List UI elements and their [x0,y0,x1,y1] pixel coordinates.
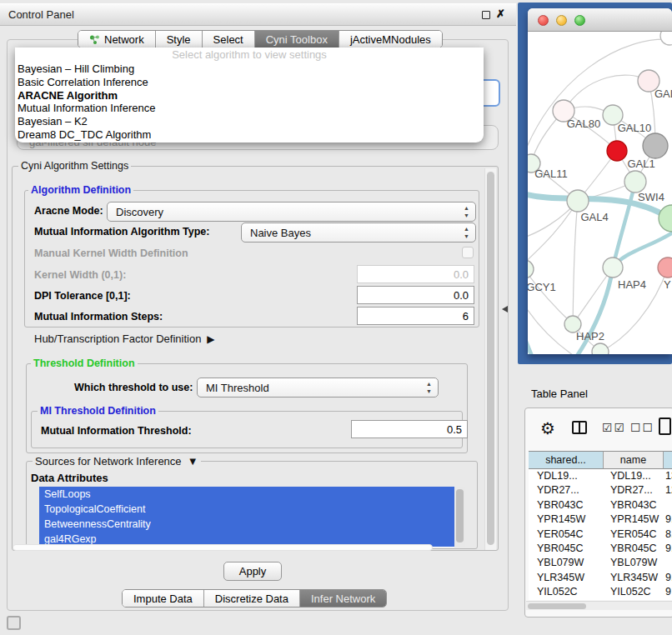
table-cell[interactable]: YDL19... [604,469,664,483]
table-row[interactable]: YLR345WYLR345W9. [529,571,672,585]
table-cell[interactable]: 8. [664,528,672,542]
dpi-tolerance-field[interactable]: 0.0 [357,286,474,304]
table-row[interactable]: YBR043CYBR043C [529,498,672,512]
new-table-icon[interactable] [659,418,671,435]
gear-icon[interactable]: ⚙ [540,418,555,438]
table-cell[interactable]: YBL079W [604,556,664,570]
dropdown-item[interactable]: Bayesian – Hill Climbing [15,62,484,76]
table-cell[interactable]: YPR145W [604,512,664,527]
network-node[interactable] [528,260,534,278]
table-cell[interactable] [664,556,672,570]
dropdown-item[interactable]: Basic Correlation Inference [15,76,484,89]
table-cell[interactable]: YDL19... [529,469,604,483]
table-cell[interactable]: YLR345W [604,571,664,585]
tab-style[interactable]: Style [155,31,202,48]
dropdown-item[interactable]: Bayesian – K2 [15,115,484,128]
table-cell[interactable]: YER054C [529,528,604,542]
attribute-item-selected[interactable]: BetweennessCentrality [39,517,465,532]
tab-discretize-data[interactable]: Discretize Data [203,590,299,607]
deselect-all-checkboxes-icon[interactable]: ☐☐ [630,421,654,434]
network-node[interactable] [660,32,672,45]
dropdown-item-selected[interactable]: ARACNE Algorithm [15,89,484,102]
network-node[interactable] [592,343,609,354]
mi-steps-field[interactable]: 6 [357,307,474,325]
attributes-scrollbar[interactable] [454,487,465,548]
table-row[interactable]: YIL052CYIL052C9 [529,585,672,599]
minimize-traffic-light[interactable] [556,15,567,26]
settings-hscrollbar[interactable] [13,544,433,551]
collapsed-panel-icon[interactable] [7,616,21,630]
column-header-partial[interactable]: A [664,451,672,469]
zoom-traffic-light[interactable] [574,15,585,26]
table-cell[interactable]: YDR27... [604,483,664,498]
network-node[interactable] [607,141,627,161]
dropdown-item[interactable]: Dream8 DC_TDC Algorithm [15,128,484,142]
network-canvas[interactable]: GALGAL80GAL10GAL1GAL11SWI4GAL4GCY1HAP4YH… [528,32,672,354]
which-threshold-combo[interactable]: MI Threshold ▲▼ [197,378,439,398]
network-node[interactable] [659,205,672,232]
select-all-checkboxes-icon[interactable]: ☑☑ [602,421,626,434]
table-cell[interactable]: 9. [664,512,672,527]
table-cell[interactable]: 9. [664,542,672,556]
network-graph: GALGAL80GAL10GAL1GAL11SWI4GAL4GCY1HAP4YH… [528,32,672,354]
mi-type-combo[interactable]: Naive Bayes ▲▼ [241,222,476,242]
dropdown-item[interactable]: Mutual Information Inference [15,102,484,115]
table-cell[interactable]: YIL052C [604,585,664,599]
network-node[interactable] [603,258,623,278]
table-cell[interactable]: YBR043C [529,498,604,512]
network-node[interactable] [643,133,668,158]
table-row[interactable]: YDL19...YDL19...13 [529,469,672,483]
network-window-titlebar[interactable] [528,8,672,32]
settings-scrollbar[interactable] [484,168,496,550]
attribute-item-selected[interactable]: TopologicalCoefficient [39,502,465,517]
tab-select[interactable]: Select [202,31,254,48]
hub-section-toggle[interactable]: Hub/Transcription Factor Definition ▶ [34,332,215,345]
table-cell[interactable]: 9 [664,585,672,599]
table-cell[interactable]: YBL079W [529,556,604,570]
close-traffic-light[interactable] [538,15,549,26]
aracne-mode-combo[interactable]: Discovery ▲▼ [107,202,476,222]
tab-label: jActiveMNodules [350,33,431,46]
tab-jactivemnodules[interactable]: jActiveMNodules [339,31,442,48]
table-cell[interactable]: YIL052C [529,585,604,599]
table-hscrollbar-thumb[interactable] [528,603,586,609]
table-cell[interactable]: YLR345W [529,571,604,585]
table-cell[interactable]: 9. [664,571,672,585]
table-cell[interactable]: YER054C [604,528,664,542]
table-cell[interactable]: YBR045C [604,542,664,556]
network-node[interactable] [567,190,589,212]
column-header-name[interactable]: name [604,451,664,469]
table-cell[interactable]: YBR043C [604,498,664,512]
table-row[interactable]: YER054CYER054C8. [529,528,672,542]
tab-cyni-toolbox[interactable]: Cyni Toolbox [254,31,339,48]
table-row[interactable]: YPR145WYPR145W9. [529,512,672,527]
table-hscrollbar[interactable] [526,601,672,610]
apply-button[interactable]: Apply [223,562,282,581]
table-row[interactable]: YBL079WYBL079W [529,556,672,570]
table-cell[interactable]: YBR045C [529,542,604,556]
table-cell[interactable] [664,498,672,512]
sources-frame-title[interactable]: Sources for Network Inference ▼ [33,455,201,468]
column-header-shared-name[interactable]: shared... [529,451,604,469]
close-icon[interactable]: ✗ [496,8,505,20]
network-node[interactable] [658,258,672,278]
tab-impute-data[interactable]: Impute Data [123,590,203,607]
network-node[interactable] [624,171,646,192]
tab-infer-network[interactable]: Infer Network [299,590,386,607]
attributes-scrollbar-thumb[interactable] [456,489,464,542]
table-row[interactable]: YDR27...YDR27...12 [529,483,672,498]
attribute-item-selected[interactable]: SelfLoops [39,487,465,502]
mi-threshold-field[interactable]: 0.5 [351,420,468,438]
network-window: GALGAL80GAL10GAL1GAL11SWI4GAL4GCY1HAP4YH… [528,8,672,354]
kernel-width-field[interactable]: 0.0 [357,265,474,283]
tab-network[interactable]: Network [78,31,155,48]
table-cell[interactable]: YDR27... [529,483,604,498]
table-cell[interactable]: YPR145W [529,512,604,527]
settings-scrollbar-thumb[interactable] [487,172,494,545]
column-layout-icon[interactable] [572,421,587,434]
manual-kernel-checkbox[interactable] [462,247,474,258]
float-window-icon[interactable] [482,11,490,19]
table-cell[interactable]: 12 [664,483,672,498]
table-cell[interactable]: 13 [664,469,672,483]
table-row[interactable]: YBR045CYBR045C9. [529,542,672,556]
